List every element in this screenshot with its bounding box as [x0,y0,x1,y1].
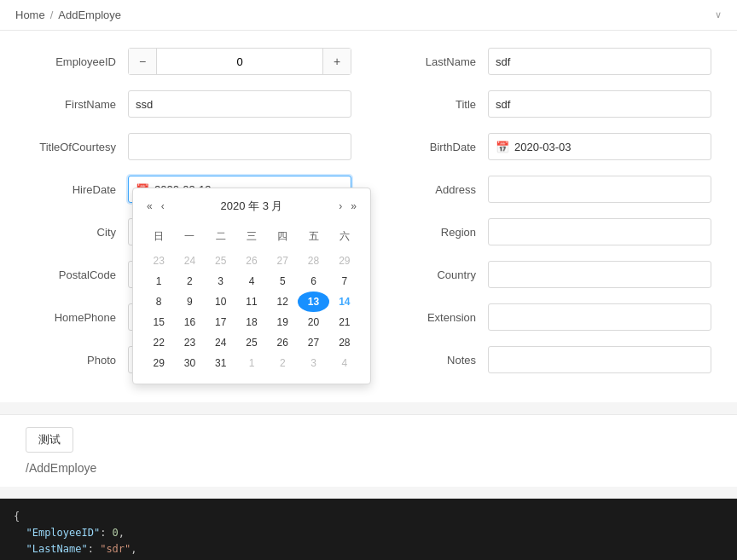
notes-row: Notes [386,344,711,375]
calendar-popup: « ‹ 2020 年 3 月 › » 日 一 二 三 四 五 六 [132,188,371,384]
calendar-day[interactable]: 11 [236,292,267,312]
region-row: Region [386,216,711,247]
notes-input[interactable] [488,346,711,373]
calendar-day: 24 [174,251,205,271]
calendar-day[interactable]: 18 [236,312,267,332]
weekday-fri: 五 [298,226,328,251]
employee-id-stepper: − + [128,48,351,75]
calendar-day: 3 [298,353,328,373]
test-button[interactable]: 测试 [26,427,73,453]
breadcrumb-home[interactable]: Home [15,9,45,21]
calendar-day[interactable]: 1 [143,271,174,292]
section-title: /AddEmploye [26,461,711,475]
title-label: Title [386,98,488,111]
region-input[interactable] [488,218,711,245]
calendar-day[interactable]: 9 [174,292,205,312]
employee-id-label: EmployeeID [26,55,128,68]
cal-next-year-button[interactable]: » [347,199,360,214]
country-row: Country [386,259,711,290]
calendar-day[interactable]: 27 [298,332,328,353]
breadcrumb-sep: / [50,9,54,21]
cal-prev-year-button[interactable]: « [143,199,156,214]
breadcrumb: Home / AddEmploye [15,9,121,21]
bottom-section: 测试 /AddEmploye [0,414,737,487]
calendar-day[interactable]: 15 [143,312,174,332]
calendar-day[interactable]: 21 [329,312,360,332]
calendar-day: 1 [236,353,267,373]
address-label: Address [386,183,488,196]
birth-calendar-icon: 📅 [496,141,509,153]
birth-date-label: BirthDate [386,141,488,153]
cal-next-group: › » [335,199,360,214]
calendar-day: 4 [329,353,360,373]
calendar-day[interactable]: 19 [267,312,298,332]
calendar-day[interactable]: 28 [329,332,360,353]
json-line-1: { [14,509,723,525]
weekday-thu: 四 [267,226,298,251]
lastname-label: LastName [386,55,488,68]
calendar-header: « ‹ 2020 年 3 月 › » [143,195,360,217]
calendar-day[interactable]: 12 [267,292,298,312]
photo-label: Photo [26,354,128,367]
home-phone-label: HomePhone [26,311,128,324]
calendar-day[interactable]: 3 [206,271,236,292]
firstname-input[interactable] [128,90,351,118]
calendar-day[interactable]: 4 [236,271,267,292]
country-input[interactable] [488,261,711,288]
calendar-day[interactable]: 24 [206,332,236,353]
right-column: LastName Title BirthDate 📅 2020-03-03 [386,46,711,387]
calendar-title: 2020 年 3 月 [221,199,283,214]
birth-date-row: BirthDate 📅 2020-03-03 [386,131,711,162]
calendar-day[interactable]: 31 [206,353,236,373]
title-input[interactable] [488,90,711,118]
calendar-day[interactable]: 29 [143,353,174,373]
calendar-grid: 日 一 二 三 四 五 六 23242526272829123456789101… [143,226,360,373]
firstname-label: FirstName [26,98,128,111]
calendar-day: 2 [267,353,298,373]
calendar-day[interactable]: 26 [267,332,298,353]
address-input[interactable] [488,176,711,203]
header-bar: Home / AddEmploye ∨ [0,0,737,31]
address-row: Address [386,174,711,205]
weekday-mon: 一 [174,226,205,251]
breadcrumb-current[interactable]: AddEmploye [58,9,121,21]
calendar-day[interactable]: 20 [298,312,328,332]
calendar-day[interactable]: 2 [174,271,205,292]
json-line-2: "EmployeeID": 0, [14,525,723,541]
cal-prev-month-button[interactable]: ‹ [158,199,168,214]
collapse-icon[interactable]: ∨ [715,9,722,20]
calendar-day[interactable]: 7 [329,271,360,292]
calendar-day[interactable]: 16 [174,312,205,332]
calendar-day[interactable]: 17 [206,312,236,332]
calendar-day[interactable]: 14 [329,292,360,312]
notes-label: Notes [386,354,488,367]
calendar-day[interactable]: 13 [298,292,328,312]
cal-next-month-button[interactable]: › [335,199,345,214]
calendar-day[interactable]: 10 [206,292,236,312]
stepper-decrement-button[interactable]: − [129,49,156,74]
calendar-day: 27 [267,251,298,271]
title-of-courtesy-input[interactable] [128,133,351,160]
region-label: Region [386,226,488,239]
calendar-day[interactable]: 22 [143,332,174,353]
employee-id-input[interactable] [156,49,323,74]
weekday-wed: 三 [236,226,267,251]
title-of-courtesy-label: TitleOfCourtesy [26,141,128,153]
calendar-day[interactable]: 6 [298,271,328,292]
postal-code-label: PostalCode [26,268,128,281]
hire-date-label: HireDate [26,183,128,196]
calendar-day: 26 [236,251,267,271]
stepper-increment-button[interactable]: + [323,49,351,74]
birth-date-input-wrapper[interactable]: 📅 2020-03-03 [488,133,711,160]
weekday-sat: 六 [329,226,360,251]
calendar-day[interactable]: 30 [174,353,205,373]
birth-date-value: 2020-03-03 [514,141,704,153]
calendar-day[interactable]: 25 [236,332,267,353]
calendar-day[interactable]: 23 [174,332,205,353]
calendar-day[interactable]: 8 [143,292,174,312]
lastname-input[interactable] [488,48,711,75]
calendar-day[interactable]: 5 [267,271,298,292]
city-label: City [26,226,128,239]
weekday-sun: 日 [143,226,174,251]
extension-input[interactable] [488,303,711,331]
